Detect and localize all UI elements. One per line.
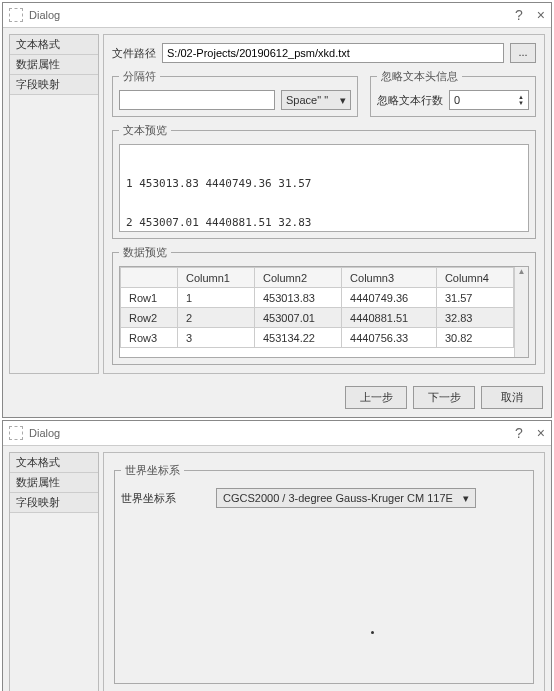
crs-group: 世界坐标系 世界坐标系 CGCS2000 / 3-degree Gauss-Kr…	[114, 463, 534, 684]
next-button[interactable]: 下一步	[413, 386, 475, 409]
col-header[interactable]: Column4	[436, 268, 513, 288]
preview-line: 2 453007.01 4440881.51 32.83	[126, 216, 522, 229]
col-header[interactable]	[121, 268, 178, 288]
browse-button[interactable]: ...	[510, 43, 536, 63]
titlebar[interactable]: Dialog ? ×	[3, 421, 551, 446]
text-preview-legend: 文本预览	[119, 123, 171, 138]
app-icon	[9, 8, 23, 22]
sidebar-item-text-format[interactable]: 文本格式	[10, 453, 98, 473]
preview-line: 1 453013.83 4440749.36 31.57	[126, 177, 522, 190]
close-button[interactable]: ×	[537, 7, 545, 23]
skip-rows-input[interactable]: 0 ▲▼	[449, 90, 529, 110]
skip-rows-label: 忽略文本行数	[377, 93, 443, 108]
close-button[interactable]: ×	[537, 425, 545, 441]
data-preview-legend: 数据预览	[119, 245, 171, 260]
titlebar[interactable]: Dialog ? ×	[3, 3, 551, 28]
delimiter-select[interactable]: Space" "	[281, 90, 351, 110]
crs-select[interactable]: CGCS2000 / 3-degree Gauss-Kruger CM 117E	[216, 488, 476, 508]
spin-down-icon[interactable]: ▼	[518, 100, 524, 106]
dialog-step1: Dialog ? × 文本格式 数据属性 字段映射 文件路径 ... 分隔符	[2, 2, 552, 418]
col-header[interactable]: Column2	[254, 268, 341, 288]
sidebar-item-field-mapping[interactable]: 字段映射	[10, 75, 98, 95]
text-preview-group: 文本预览 1 453013.83 4440749.36 31.57 2 4530…	[112, 123, 536, 239]
delimiter-input[interactable]	[119, 90, 275, 110]
data-preview-table[interactable]: Column1 Column2 Column3 Column4 Row1 1 4…	[119, 266, 529, 358]
window-title: Dialog	[29, 9, 515, 21]
prev-button[interactable]: 上一步	[345, 386, 407, 409]
text-preview-box[interactable]: 1 453013.83 4440749.36 31.57 2 453007.01…	[119, 144, 529, 232]
scrollbar[interactable]: ▲	[514, 267, 528, 357]
col-header[interactable]: Column3	[342, 268, 437, 288]
crs-label: 世界坐标系	[121, 491, 176, 506]
header-legend: 忽略文本头信息	[377, 69, 462, 84]
file-path-label: 文件路径	[112, 46, 156, 61]
col-header[interactable]: Column1	[177, 268, 254, 288]
delimiter-group: 分隔符 Space" "	[112, 69, 358, 117]
sidebar: 文本格式 数据属性 字段映射	[9, 452, 99, 691]
delimiter-legend: 分隔符	[119, 69, 160, 84]
scroll-up-icon[interactable]: ▲	[515, 267, 528, 276]
window-title: Dialog	[29, 427, 515, 439]
sidebar-item-data-properties[interactable]: 数据属性	[10, 55, 98, 75]
table-row[interactable]: Row2 2 453007.01 4440881.51 32.83	[121, 308, 514, 328]
cursor-dot	[371, 631, 374, 634]
table-row[interactable]: Row3 3 453134.22 4440756.33 30.82	[121, 328, 514, 348]
cancel-button[interactable]: 取消	[481, 386, 543, 409]
data-preview-group: 数据预览 Column1 Column2 Column3 Column4 Ro	[112, 245, 536, 365]
table-row[interactable]: Row1 1 453013.83 4440749.36 31.57	[121, 288, 514, 308]
help-button[interactable]: ?	[515, 7, 523, 23]
header-group: 忽略文本头信息 忽略文本行数 0 ▲▼	[370, 69, 536, 117]
file-path-input[interactable]	[162, 43, 504, 63]
sidebar-item-field-mapping[interactable]: 字段映射	[10, 493, 98, 513]
sidebar: 文本格式 数据属性 字段映射	[9, 34, 99, 374]
sidebar-item-data-properties[interactable]: 数据属性	[10, 473, 98, 493]
sidebar-item-text-format[interactable]: 文本格式	[10, 35, 98, 55]
dialog-step2: Dialog ? × 文本格式 数据属性 字段映射 世界坐标系 世界坐标系 CG…	[2, 420, 552, 691]
app-icon	[9, 426, 23, 440]
help-button[interactable]: ?	[515, 425, 523, 441]
crs-group-legend: 世界坐标系	[121, 463, 184, 478]
